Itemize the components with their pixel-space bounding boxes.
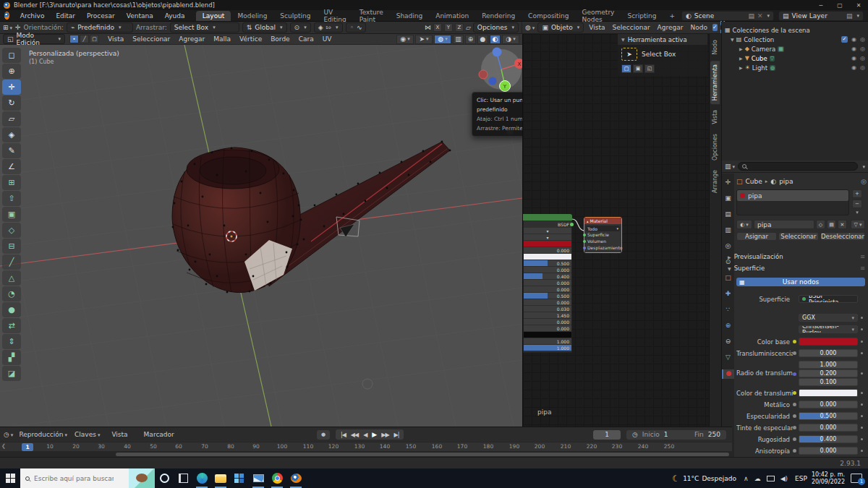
edge-select-mode-button[interactable]: ╱ bbox=[80, 35, 89, 43]
tool-shrink-fatten-icon[interactable]: ⇕ bbox=[2, 334, 21, 349]
use-nodes-checkbox[interactable]: ✓ bbox=[712, 24, 718, 31]
add-slot-button[interactable]: + bbox=[852, 189, 862, 198]
tab-scene-icon[interactable]: ◎ bbox=[722, 242, 734, 252]
language-indicator[interactable]: ESP bbox=[795, 475, 807, 482]
tool-move-icon[interactable]: ✛ bbox=[2, 80, 21, 95]
timeline-menu-claves[interactable]: Claves bbox=[73, 431, 101, 438]
start-frame-field[interactable]: 1 bbox=[664, 431, 668, 438]
tab-tool-icon[interactable]: ✛ bbox=[722, 179, 734, 188]
select-mode-extend-icon[interactable]: ▣ bbox=[633, 64, 643, 73]
workspace-tab-layout[interactable]: Layout bbox=[196, 11, 231, 21]
tab-herramienta[interactable]: Herramienta bbox=[710, 61, 720, 104]
use-nodes-button[interactable]: ▦ Usar nodos bbox=[736, 278, 865, 286]
material-specials-icon[interactable]: ▽ bbox=[851, 220, 865, 229]
browse-material-icon[interactable]: ◐ bbox=[736, 220, 752, 229]
tab-material-icon[interactable]: ● bbox=[722, 369, 734, 379]
workspace-tab-modeling[interactable]: Modeling bbox=[231, 11, 273, 21]
output-target-dropdown[interactable]: Todo▾ bbox=[586, 226, 620, 231]
node-menu-seleccionar[interactable]: Seleccionar bbox=[610, 24, 652, 31]
hide-eye-icon[interactable]: ◉ bbox=[851, 55, 856, 61]
tool-extrude-region-icon[interactable]: ⇧ bbox=[2, 191, 21, 206]
orientation-dropdown[interactable]: ⌁Predefinido bbox=[67, 22, 133, 33]
tool-rip-region-icon[interactable]: ◪ bbox=[2, 366, 21, 381]
vp-menu-uv[interactable]: UV bbox=[318, 35, 336, 43]
shader-editor-type-icon[interactable]: ◍ bbox=[525, 24, 535, 31]
tool-cursor-icon[interactable]: ⊕ bbox=[2, 64, 21, 79]
clock[interactable]: 10:42 p. m. 20/09/2022 bbox=[812, 471, 845, 486]
mirror-y-toggle[interactable]: Y bbox=[444, 23, 453, 32]
shading-material-icon[interactable]: ◐ bbox=[490, 35, 501, 44]
outliner-row-collection[interactable]: ▼ ▤ Collection ✓ ◉ ◎ bbox=[722, 35, 868, 44]
blender-taskbar-button[interactable] bbox=[286, 468, 305, 488]
tab-view-layer-icon[interactable]: ▥ bbox=[722, 226, 734, 236]
options-dropdown[interactable]: Opciones bbox=[473, 22, 519, 33]
metallic-value[interactable]: 0.000 bbox=[799, 401, 858, 408]
timeline-scrollbar[interactable] bbox=[116, 453, 729, 456]
expand-icon[interactable]: ▶ bbox=[739, 46, 743, 51]
node-menu-vista[interactable]: Vista bbox=[587, 24, 607, 31]
menu-editar[interactable]: Editar bbox=[50, 12, 81, 20]
menu-ventana[interactable]: Ventana bbox=[121, 12, 159, 20]
menu-ayuda[interactable]: Ayuda bbox=[159, 12, 191, 20]
tool-scale-icon[interactable]: ▱ bbox=[2, 111, 21, 127]
material-name-field[interactable]: pipa bbox=[754, 220, 814, 229]
bsdf-value-row[interactable]: 0.000 bbox=[524, 325, 571, 332]
subsurface-color-swatch[interactable] bbox=[799, 389, 858, 397]
mail-button[interactable] bbox=[249, 468, 268, 488]
gizmo-z-axis[interactable] bbox=[493, 48, 502, 57]
play-reverse-button[interactable]: ◀ bbox=[363, 432, 367, 438]
timeline-ruler[interactable]: 1020304050607080901001101201301401501601… bbox=[0, 442, 732, 451]
tab-arrange[interactable]: Arrange bbox=[710, 166, 720, 197]
active-tool-icon[interactable]: ⊞ bbox=[3, 24, 12, 31]
cortana-button[interactable] bbox=[155, 468, 174, 488]
render-camera-icon[interactable]: ◎ bbox=[860, 36, 865, 43]
tool-rotate-icon[interactable]: ↻ bbox=[2, 95, 21, 111]
unlink-material-icon[interactable]: ✕ bbox=[838, 220, 847, 229]
close-button[interactable]: ✕ bbox=[849, 0, 868, 10]
edge-button[interactable] bbox=[192, 468, 211, 488]
vertex-select-mode-button[interactable]: ∙ bbox=[69, 35, 79, 43]
radius-x-value[interactable]: 1.000 bbox=[799, 361, 858, 369]
properties-search-input[interactable] bbox=[738, 162, 858, 171]
vp-menu-malla[interactable]: Malla bbox=[209, 35, 235, 43]
chrome-button[interactable] bbox=[268, 468, 286, 488]
tool-knife-icon[interactable]: ╱ bbox=[2, 254, 21, 270]
visibility-dropdown-icon[interactable]: ◉ bbox=[396, 35, 414, 44]
tab-output-icon[interactable]: ▤ bbox=[722, 210, 734, 220]
record-button[interactable]: ● bbox=[317, 430, 330, 440]
tool-inset-faces-icon[interactable]: ▣ bbox=[2, 207, 21, 222]
specular-tint-value[interactable]: 0.000 bbox=[799, 424, 858, 432]
notification-center-button[interactable]: 1 bbox=[851, 474, 862, 483]
vp-menu-vista[interactable]: Vista bbox=[103, 35, 128, 43]
tab-render-icon[interactable]: ▣ bbox=[722, 194, 734, 204]
current-frame-field[interactable]: 1 bbox=[593, 430, 621, 440]
viewport-3d[interactable]: X Y ▦ Personalizada (perspectiva) (1) Cu… bbox=[0, 45, 522, 427]
file-explorer-button[interactable] bbox=[211, 468, 230, 488]
blender-menu-icon[interactable] bbox=[4, 12, 9, 20]
deselect-button[interactable]: Deseleccionar bbox=[820, 232, 865, 241]
distribution-dropdown[interactable]: GGX bbox=[799, 314, 858, 322]
hide-eye-icon[interactable]: ◉ bbox=[851, 46, 856, 52]
fake-user-shield-icon[interactable]: ◇ bbox=[816, 220, 825, 229]
face-select-mode-button[interactable]: ▢ bbox=[90, 35, 99, 43]
desplazamiento-socket[interactable] bbox=[583, 247, 586, 249]
expand-icon[interactable]: ▶ bbox=[739, 65, 743, 70]
tool-loop-cut-icon[interactable]: ⊟ bbox=[2, 239, 21, 254]
tool-annotate-icon[interactable]: ✎ bbox=[2, 143, 21, 158]
tab-opciones[interactable]: Opciones bbox=[710, 130, 720, 164]
tool-smooth-icon[interactable]: ● bbox=[2, 302, 21, 317]
bsdf-subsurface-color-swatch[interactable] bbox=[524, 254, 571, 260]
bsdf-value-row[interactable]: 0.500 bbox=[524, 260, 571, 267]
pivot-point-dropdown[interactable]: ⊙ bbox=[290, 22, 311, 33]
mirror-z-toggle[interactable]: Z bbox=[455, 23, 464, 32]
workspace-tab-rendering[interactable]: Rendering bbox=[475, 11, 522, 21]
tab-modifiers-icon[interactable]: ✚ bbox=[722, 290, 734, 299]
start-button[interactable] bbox=[0, 468, 20, 488]
taskbar-search-input[interactable] bbox=[34, 475, 114, 482]
mirror-x-toggle[interactable]: X bbox=[433, 23, 442, 32]
pin-icon[interactable]: ◎ bbox=[861, 178, 867, 185]
render-camera-icon[interactable]: ◎ bbox=[860, 64, 865, 71]
workspace-tab-shading[interactable]: Shading bbox=[390, 11, 430, 21]
preview-section-header[interactable]: ▶Previsualización ≡ bbox=[728, 253, 865, 260]
view-layer-new-icon[interactable]: ▤ bbox=[846, 12, 853, 20]
